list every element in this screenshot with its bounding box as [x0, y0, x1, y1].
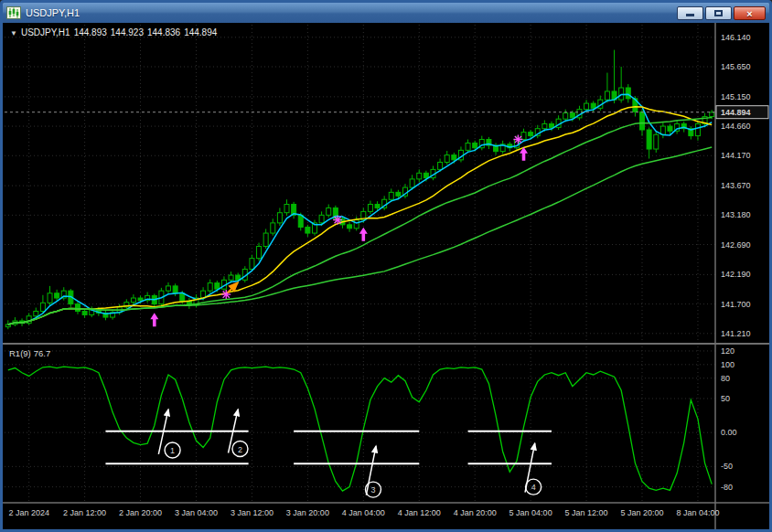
- ohlc-high: 144.923: [111, 27, 144, 37]
- chart-canvas[interactable]: 1234146.140145.650145.150144.660144.1701…: [3, 23, 769, 529]
- svg-text:143.180: 143.180: [721, 210, 751, 219]
- mt4-chart-window: USDJPY,H1 × 1234146.140145.650145.150144…: [0, 0, 772, 532]
- svg-text:145.150: 145.150: [721, 92, 751, 101]
- svg-text:4: 4: [531, 483, 536, 492]
- window-title: USDJPY,H1: [26, 7, 80, 18]
- svg-text:3 Jan 20:00: 3 Jan 20:00: [286, 508, 329, 517]
- svg-text:3 Jan 12:00: 3 Jan 12:00: [231, 508, 273, 517]
- svg-text:144.660: 144.660: [721, 122, 751, 131]
- svg-text:4 Jan 04:00: 4 Jan 04:00: [342, 508, 385, 517]
- minimize-icon: [686, 14, 694, 16]
- svg-text:3 Jan 04:00: 3 Jan 04:00: [175, 508, 218, 517]
- svg-text:142.190: 142.190: [721, 270, 751, 279]
- symbol-collapse-icon[interactable]: ▼: [10, 29, 17, 37]
- svg-text:50: 50: [721, 394, 730, 403]
- indicator-line-series: [8, 367, 712, 491]
- svg-text:0.00: 0.00: [721, 428, 737, 437]
- ohlc-low: 144.836: [147, 27, 180, 37]
- current-price-value: 144.894: [721, 108, 751, 117]
- svg-text:1: 1: [170, 446, 175, 455]
- svg-text:144.170: 144.170: [721, 151, 751, 160]
- svg-text:5 Jan 12:00: 5 Jan 12:00: [565, 508, 608, 517]
- restore-icon: [714, 10, 723, 16]
- close-button[interactable]: ×: [734, 6, 766, 20]
- svg-text:143.670: 143.670: [721, 181, 751, 190]
- svg-text:146.140: 146.140: [721, 33, 751, 42]
- svg-text:120: 120: [721, 346, 734, 356]
- svg-text:5 Jan 20:00: 5 Jan 20:00: [620, 508, 663, 517]
- ma-fast: [8, 94, 712, 325]
- moving-average-lines: [8, 94, 712, 325]
- window-controls: ×: [675, 6, 766, 20]
- svg-text:2 Jan 2024: 2 Jan 2024: [8, 508, 49, 517]
- svg-text:8 Jan 04:00: 8 Jan 04:00: [676, 508, 719, 517]
- signal-marks: [150, 135, 528, 327]
- svg-text:142.690: 142.690: [721, 240, 751, 250]
- time-scale[interactable]: 2 Jan 20242 Jan 12:002 Jan 20:003 Jan 04…: [8, 508, 719, 517]
- svg-text:-80: -80: [721, 483, 733, 492]
- minimize-button[interactable]: [677, 6, 703, 20]
- indicator-annotations: 1234: [105, 410, 552, 497]
- svg-text:5 Jan 04:00: 5 Jan 04:00: [509, 508, 552, 517]
- indicator-scale[interactable]: 12010080500.00-50-80: [721, 346, 737, 492]
- svg-text:2 Jan 12:00: 2 Jan 12:00: [63, 508, 106, 517]
- chart-ohlc-header: ▼USDJPY,H1144.893144.923144.836144.894: [10, 27, 220, 37]
- svg-text:4 Jan 20:00: 4 Jan 20:00: [454, 508, 497, 517]
- buy-arrow-icon: [150, 313, 158, 326]
- indicator-name: R1(9): [9, 348, 31, 358]
- candlestick-series: [5, 50, 713, 330]
- ma-slower: [8, 147, 712, 325]
- svg-text:141.700: 141.700: [721, 300, 751, 309]
- chart-symbol-period: USDJPY,H1: [21, 27, 70, 37]
- buy-arrow-icon: [359, 228, 368, 241]
- window-titlebar[interactable]: USDJPY,H1 ×: [3, 3, 769, 23]
- ohlc-open: 144.893: [74, 27, 107, 37]
- chart-client-area[interactable]: 1234146.140145.650145.150144.660144.1701…: [3, 23, 769, 529]
- svg-text:3: 3: [370, 485, 375, 495]
- ma-slow: [8, 117, 712, 325]
- svg-text:2 Jan 20:00: 2 Jan 20:00: [119, 508, 162, 517]
- svg-text:-50: -50: [721, 462, 733, 471]
- svg-text:100: 100: [721, 360, 734, 369]
- price-scale[interactable]: 146.140145.650145.150144.660144.170143.6…: [716, 33, 768, 338]
- svg-text:141.210: 141.210: [721, 329, 751, 338]
- indicator-label: R1(9)76.7: [9, 348, 53, 358]
- ma-mid: [8, 107, 712, 325]
- indicator-value: 76.7: [34, 348, 51, 358]
- svg-text:80: 80: [721, 374, 730, 383]
- close-icon: ×: [734, 7, 765, 20]
- svg-text:145.650: 145.650: [721, 62, 751, 71]
- candlestick-chart-icon: [6, 6, 21, 19]
- ohlc-close: 144.894: [184, 27, 217, 37]
- svg-text:4 Jan 12:00: 4 Jan 12:00: [398, 508, 441, 517]
- svg-text:2: 2: [238, 445, 242, 454]
- restore-button[interactable]: [705, 6, 732, 20]
